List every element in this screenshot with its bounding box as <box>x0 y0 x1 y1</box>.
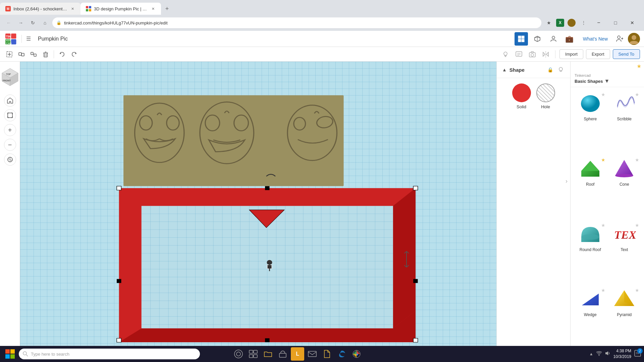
scribble-shape-item[interactable]: ★ Scribble <box>609 91 640 154</box>
solid-label: Solid <box>517 104 526 109</box>
user-avatar[interactable] <box>628 33 640 45</box>
text-shape-item[interactable]: ★ TEXT Text <box>609 222 640 285</box>
pyramid-shape-item[interactable]: ★ Pyramid <box>609 287 640 350</box>
solid-type[interactable]: Solid <box>512 83 531 109</box>
cone-shape-item[interactable]: ★ Cone <box>609 157 640 219</box>
sphere-shape-item[interactable]: ★ Sphere <box>575 91 606 154</box>
person-icon[interactable] <box>547 32 560 46</box>
reload-button[interactable]: ↻ <box>28 18 38 27</box>
wedge-star-icon[interactable]: ★ <box>601 288 605 293</box>
redo-button[interactable] <box>69 49 79 60</box>
tab-gmail-close[interactable]: ✕ <box>70 6 75 11</box>
network-icon[interactable] <box>596 350 602 358</box>
action-center-icon[interactable]: 2 <box>634 350 641 358</box>
new-tab-button[interactable]: + <box>161 3 173 15</box>
mirror-icon[interactable] <box>540 49 551 60</box>
user-add-icon[interactable] <box>614 34 625 44</box>
svg-rect-161 <box>249 355 253 358</box>
tab-tinkercad-title: 3D design Pumpkin Pic | Tinkercad <box>94 6 148 11</box>
svg-rect-32 <box>44 53 47 57</box>
tinkercad-logo[interactable]: TIN KER CAD <box>4 32 19 46</box>
round-roof-star-icon[interactable]: ★ <box>601 223 605 228</box>
sphere-star-icon[interactable]: ★ <box>601 92 605 97</box>
svg-rect-27 <box>19 53 21 55</box>
maximize-button[interactable]: □ <box>608 17 623 28</box>
whats-new-button[interactable]: What's New <box>579 34 612 44</box>
briefcase-icon[interactable]: 💼 <box>563 32 576 46</box>
edge-icon[interactable] <box>335 347 348 361</box>
zoom-fit-button[interactable] <box>4 109 16 121</box>
task-view-icon[interactable] <box>247 347 260 361</box>
svg-marker-148 <box>582 294 599 305</box>
round-roof-shape-item[interactable]: ★ Round Roof <box>575 222 606 285</box>
roof-star-icon[interactable]: ★ <box>601 157 605 163</box>
shape-title: Shape <box>509 67 543 73</box>
store-icon[interactable] <box>276 347 289 361</box>
cone-star-icon[interactable]: ★ <box>635 157 639 163</box>
svg-text:TEXT: TEXT <box>614 229 636 241</box>
file-explorer-icon[interactable] <box>261 347 275 361</box>
zoom-in-button[interactable]: + <box>4 124 16 136</box>
show-hidden-icons[interactable]: ▲ <box>589 352 593 356</box>
forward-button[interactable]: → <box>16 18 25 27</box>
bulb-shape-icon[interactable] <box>557 66 565 74</box>
fit-all-button[interactable] <box>4 95 16 107</box>
pyramid-star-icon[interactable]: ★ <box>635 288 639 293</box>
cone-preview <box>611 157 638 180</box>
delete-button[interactable] <box>40 49 51 60</box>
svg-rect-153 <box>5 354 10 359</box>
mail-icon[interactable] <box>306 347 319 361</box>
3d-view-button[interactable] <box>531 32 544 46</box>
shape-lib-dropdown-btn[interactable]: ▼ <box>604 78 610 84</box>
minimize-button[interactable]: − <box>591 17 606 28</box>
send-to-button[interactable]: Send To <box>613 49 640 59</box>
grid-view-button[interactable] <box>515 32 528 46</box>
light-icon[interactable] <box>500 49 511 60</box>
new-shape-button[interactable] <box>4 49 15 60</box>
url-input[interactable]: 🔒 tinkercad.com/things/koHULg77vUN-pumpk… <box>52 17 541 28</box>
svg-marker-120 <box>393 188 416 328</box>
roof-shape-item[interactable]: ★ Roof <box>575 157 606 219</box>
time-display[interactable]: 4:38 PM 10/3/2019 <box>613 348 631 360</box>
start-button[interactable] <box>3 347 17 361</box>
ungroup-button[interactable] <box>28 49 39 60</box>
volume-icon[interactable] <box>605 350 611 358</box>
profile-button[interactable] <box>567 18 576 27</box>
back-button[interactable]: ← <box>4 18 13 27</box>
cortana-icon[interactable] <box>232 347 245 361</box>
notes-icon[interactable] <box>514 49 524 60</box>
tab-tinkercad[interactable]: 3D design Pumpkin Pic | Tinkercad ✕ <box>80 3 161 15</box>
menu-button[interactable]: ⋮ <box>579 18 588 27</box>
roof-label: Roof <box>586 182 594 187</box>
tab-gmail[interactable]: M Inbox (2,644) - schockenterprises ✕ <box>0 3 80 15</box>
undo-button[interactable] <box>57 49 67 60</box>
home-button[interactable]: ⌂ <box>40 18 50 27</box>
import-button[interactable]: Import <box>559 49 583 59</box>
hamburger-menu[interactable]: ☰ <box>24 35 33 43</box>
svg-point-19 <box>618 36 620 39</box>
group-button[interactable] <box>16 49 27 60</box>
tab-tinkercad-close[interactable]: ✕ <box>150 6 156 11</box>
hole-type[interactable]: Hole <box>536 83 555 109</box>
bookmark-button[interactable]: ★ <box>544 18 553 27</box>
canvas-area[interactable]: Edit Grid | Snap Grid 1.0 mm ▼ <box>20 62 496 362</box>
svg-point-46 <box>531 54 534 56</box>
svg-rect-2 <box>86 9 88 11</box>
l-app-icon[interactable]: L <box>291 347 304 361</box>
close-window-button[interactable]: ✕ <box>625 17 640 28</box>
chrome-icon[interactable] <box>350 347 363 361</box>
taskbar-search[interactable]: Type here to search <box>19 349 200 359</box>
text-star-icon[interactable]: ★ <box>635 223 639 228</box>
shape-collapse-button[interactable]: ▲ <box>502 67 507 72</box>
camera-icon[interactable] <box>527 49 538 60</box>
files-icon[interactable] <box>320 347 334 361</box>
svg-rect-122 <box>117 186 121 190</box>
lock-shape-icon[interactable]: 🔒 <box>546 66 554 74</box>
export-button[interactable]: Export <box>586 49 610 59</box>
wedge-shape-item[interactable]: ★ Wedge <box>575 287 606 350</box>
orientation-button[interactable] <box>4 154 16 166</box>
extensions-button[interactable]: X <box>556 19 564 27</box>
scribble-star-icon[interactable]: ★ <box>635 92 639 97</box>
project-name: Pumpkin Pic <box>38 36 68 42</box>
zoom-out-button[interactable]: − <box>4 139 16 151</box>
